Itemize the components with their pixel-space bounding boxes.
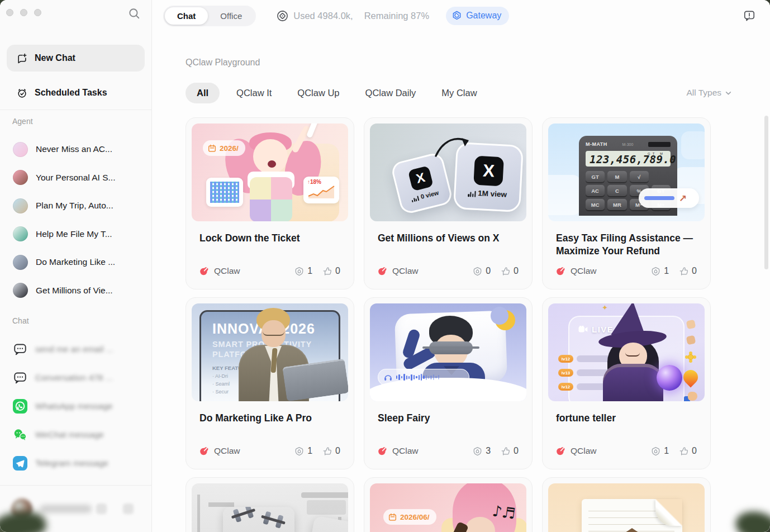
scrollbar-thumb[interactable] [764, 116, 768, 269]
like-count[interactable]: 0 [679, 266, 697, 276]
date-badge: 2026/ [203, 140, 245, 156]
agent-list: Never Miss an AC...Your Personal AI S...… [0, 135, 151, 305]
playground-card[interactable]: LIVElv12lv13lv12✦fortune tellerQClaw10 [542, 297, 711, 469]
feedback-button[interactable] [743, 10, 755, 22]
audio-waveform [378, 369, 469, 386]
like-count[interactable]: 0 [501, 446, 519, 456]
chat-item[interactable]: Telegram message [0, 449, 151, 477]
card-footer: QClaw10 [548, 266, 705, 283]
like-count[interactable]: 0 [501, 266, 519, 276]
playground-card[interactable]: INNOVA 2026SMART PRODUCTIVITYPLATFORMKEY… [186, 297, 354, 469]
card-footer: QClaw10 [192, 446, 348, 463]
search-button[interactable] [127, 7, 141, 21]
agent-avatar [13, 226, 28, 241]
tab-my-claw[interactable]: My Claw [441, 88, 477, 98]
zoom-button[interactable] [34, 9, 41, 16]
chat-item[interactable]: Conversation 478 ... [0, 364, 151, 392]
playground-card[interactable]: M-MATHM-300GT M123,456,789.0GTM√ACC%GTMC… [542, 117, 711, 289]
card-image [192, 483, 348, 532]
agent-label: Your Personal AI S... [36, 173, 115, 183]
gateway-button[interactable]: Gateway [446, 7, 509, 25]
type-filter-dropdown[interactable]: All Types [686, 88, 732, 98]
chat-label-blurred: Conversation 478 ... [35, 373, 113, 383]
new-chat-label: New Chat [35, 53, 75, 63]
like-count[interactable]: 0 [679, 446, 697, 456]
card-image [548, 483, 705, 532]
card-footer: QClaw10 [192, 266, 348, 283]
qclaw-logo-icon [199, 446, 208, 455]
like-icon [679, 267, 688, 276]
camera-icon [578, 326, 588, 333]
page-curl [655, 499, 682, 526]
card-title: fortune teller [556, 412, 697, 425]
docs-icon[interactable] [96, 504, 107, 514]
settings-icon[interactable] [123, 504, 134, 514]
moon-icon [495, 310, 515, 330]
minimize-button[interactable] [20, 9, 27, 16]
agent-item[interactable]: Your Personal AI S... [0, 164, 151, 192]
trend-chart: ↑18% [303, 177, 339, 203]
like-count[interactable]: 0 [322, 266, 340, 276]
type-filter-label: All Types [686, 88, 721, 98]
playground-card[interactable] [542, 477, 711, 532]
wechat-icon [13, 428, 27, 442]
sidebar-divider [0, 110, 151, 110]
card-title: Get Millions of Views on X [378, 232, 519, 245]
chat-item[interactable]: send me an email ... [0, 335, 151, 364]
card-author-name: QClaw [571, 266, 597, 276]
category-tabs: AllQClaw ItQClaw UpQClaw DailyMy Claw [186, 83, 477, 103]
agent-item[interactable]: Get Millions of Vie... [0, 277, 151, 305]
agent-avatar [13, 283, 28, 298]
seat-map [206, 178, 243, 207]
wallpaper-corner [732, 506, 770, 532]
chat-bubble-icon [13, 371, 27, 384]
agent-item[interactable]: Do Marketing Like ... [0, 248, 151, 277]
whatsapp-icon [13, 399, 27, 414]
card-title: Sleep Fairy [378, 412, 519, 425]
fire-emoji [681, 367, 701, 388]
tab-all[interactable]: All [186, 83, 220, 103]
card-author-name: QClaw [392, 266, 419, 276]
qclaw-logo-icon [378, 446, 387, 455]
music-notes: ♪♬ [491, 502, 516, 522]
card-title: Easy Tax Filing Assistance — Maximize Yo… [556, 232, 697, 258]
agent-label: Help Me File My T... [36, 229, 112, 239]
usage-count: 1 [294, 446, 312, 456]
thumbs-up-emoji [684, 392, 697, 401]
playground-card[interactable]: X0 viewX1M viewGet Millions of Views on … [364, 117, 533, 289]
like-icon [679, 446, 688, 456]
playground-card[interactable] [186, 477, 354, 532]
chevron-down-icon [725, 89, 732, 97]
usage-count: 0 [473, 266, 491, 276]
card-image: M-MATHM-300GT M123,456,789.0GTM√ACC%GTMC… [548, 124, 705, 221]
chat-item[interactable]: WhatsApp message [0, 392, 151, 421]
headphones-icon [384, 373, 392, 381]
tab-qclaw-daily[interactable]: QClaw Daily [365, 88, 416, 98]
agent-item[interactable]: Help Me File My T... [0, 220, 151, 249]
card-image [370, 303, 526, 401]
like-count[interactable]: 0 [322, 446, 340, 456]
toggle-chat[interactable]: Chat [165, 7, 208, 25]
agent-item[interactable]: Plan My Trip, Auto... [0, 192, 151, 220]
tab-qclaw-it[interactable]: QClaw It [236, 88, 272, 98]
card-author: QClaw [378, 266, 419, 276]
new-chat-button[interactable]: New Chat [7, 45, 145, 72]
calendar-icon [388, 513, 397, 521]
topbar: Chat Office Used 4984.0k, Remaining 87% … [152, 0, 770, 31]
toggle-office[interactable]: Office [208, 7, 254, 25]
close-button[interactable] [6, 9, 13, 16]
agent-item[interactable]: Never Miss an AC... [0, 135, 151, 164]
paper-sheet [582, 499, 682, 532]
sidebar: New Chat Scheduled Tasks Agent Never Mis… [0, 0, 152, 532]
qclaw-logo-icon [556, 446, 565, 455]
playground-card[interactable]: 2026/06/♪♬ [364, 477, 533, 532]
playground-card[interactable]: Sleep FairyQClaw30 [364, 297, 533, 469]
chat-bubble-icon [13, 343, 27, 356]
chat-item[interactable]: WeChat message [0, 420, 151, 449]
card-author-name: QClaw [214, 266, 240, 276]
scheduled-tasks-button[interactable]: Scheduled Tasks [7, 82, 145, 104]
tab-qclaw-up[interactable]: QClaw Up [297, 88, 339, 98]
playground-card[interactable]: 2026/↑18%Lock Down the TicketQClaw10 [186, 117, 354, 289]
agent-label: Get Millions of Vie... [36, 286, 113, 296]
like-icon [501, 446, 510, 456]
